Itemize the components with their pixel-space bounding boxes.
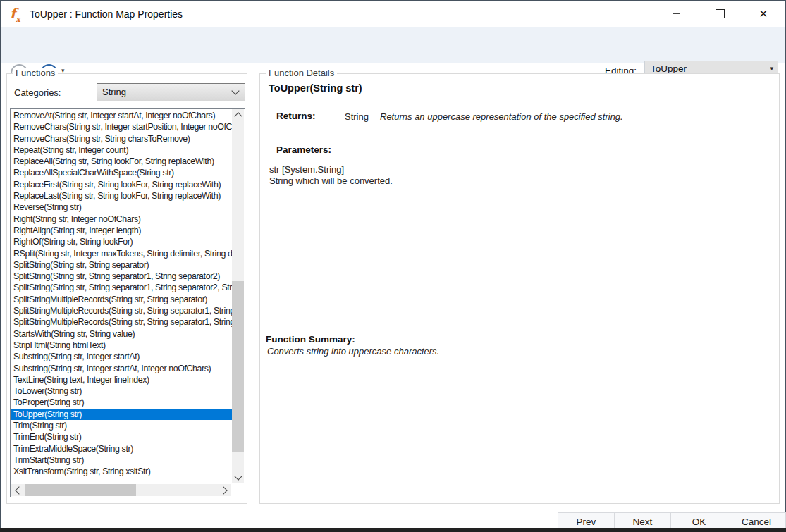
function-signature: ToUpper(String str) — [269, 82, 362, 94]
list-item[interactable]: Reverse(String str) — [11, 202, 232, 213]
chevron-down-icon — [231, 87, 239, 94]
scroll-left-icon[interactable] — [15, 486, 23, 494]
list-item[interactable]: RSplit(String str, Integer maxTokens, St… — [11, 248, 232, 259]
list-item[interactable]: Trim(String str) — [11, 420, 232, 431]
list-item[interactable]: Substring(String str, Integer startAt) — [11, 351, 232, 362]
list-item[interactable]: RemoveChars(String str, String charsToRe… — [11, 133, 232, 144]
close-button[interactable]: × — [747, 1, 780, 26]
list-item[interactable]: SplitString(String str, String separator… — [11, 271, 232, 282]
scroll-down-icon[interactable] — [234, 472, 242, 480]
list-item[interactable]: ToUpper(String str) — [11, 409, 232, 420]
list-item[interactable]: ReplaceAll(String str, String lookFor, S… — [11, 156, 232, 167]
list-item[interactable]: ReplaceLast(String str, String lookFor, … — [11, 190, 232, 202]
list-item[interactable]: SplitString(String str, String separator… — [11, 282, 232, 293]
list-item[interactable]: TrimEnd(String str) — [11, 431, 232, 443]
list-item[interactable]: TrimStart(String str) — [11, 454, 232, 466]
categories-label: Categories: — [14, 87, 61, 98]
parameter-name: str [System.String] — [269, 164, 344, 175]
parameter-description: String which will be converted. — [269, 175, 393, 186]
list-item[interactable]: ReplaceAllSpecialCharWithSpace(String st… — [11, 167, 232, 178]
list-item[interactable]: TrimExtraMiddleSpace(String str) — [11, 443, 232, 454]
list-item[interactable]: StripHtml(String htmlText) — [11, 340, 232, 351]
editing-dropdown-caret-icon: ▾ — [770, 65, 773, 72]
scroll-up-icon[interactable] — [234, 112, 242, 120]
list-item[interactable]: ReplaceFirst(String str, String lookFor,… — [11, 179, 232, 190]
title-bar: fx ToUpper : Function Map Properties × — [1, 1, 785, 27]
maximize-button[interactable] — [704, 1, 736, 26]
list-item[interactable]: ToProper(String str) — [11, 397, 232, 408]
fx-app-icon: fx — [10, 5, 20, 28]
list-item[interactable]: Repeat(String str, Integer count) — [11, 144, 232, 156]
close-icon: × — [759, 6, 768, 20]
vertical-scrollbar-thumb[interactable] — [232, 281, 244, 452]
categories-dropdown[interactable]: String — [97, 83, 245, 101]
returns-label: Returns: — [276, 111, 316, 121]
vertical-scrollbar[interactable] — [232, 109, 244, 483]
list-item[interactable]: RemoveAt(String str, Integer startAt, In… — [11, 110, 232, 121]
list-item[interactable]: TextLine(String text, Integer lineIndex) — [11, 374, 232, 385]
categories-dropdown-value: String — [102, 87, 126, 97]
list-item[interactable]: StartsWith(String str, String value) — [11, 328, 232, 340]
function-details-title: Function Details — [266, 68, 337, 78]
window-title: ToUpper : Function Map Properties — [30, 8, 183, 20]
returns-description: Returns an uppercase representation of t… — [380, 111, 623, 122]
functions-panel: Functions Categories: String RemoveAt(St… — [6, 73, 247, 504]
list-item[interactable]: SplitStringMultipleRecords(String str, S… — [11, 316, 232, 328]
list-item[interactable]: XsltTransform(String str, String xsltStr… — [11, 466, 232, 477]
functions-panel-title: Functions — [13, 68, 58, 78]
function-summary-label: Function Summary: — [266, 334, 355, 345]
editing-dropdown-value: ToUpper — [651, 63, 687, 74]
minimize-icon — [673, 13, 680, 14]
list-item[interactable]: Right(String str, Integer noOfChars) — [11, 214, 232, 225]
list-item[interactable]: RightAlign(String str, Integer length) — [11, 225, 232, 236]
function-list: RemoveAt(String str, Integer startAt, In… — [11, 110, 232, 483]
function-listbox: RemoveAt(String str, Integer startAt, In… — [10, 108, 245, 497]
scroll-right-icon[interactable] — [219, 486, 227, 494]
function-map-properties-window: fx ToUpper : Function Map Properties × ←… — [0, 0, 786, 528]
list-item[interactable]: RemoveChars(String str, Integer startPos… — [11, 121, 232, 132]
list-item[interactable]: Substring(String str, Integer startAt, I… — [11, 363, 232, 374]
function-summary-text: Converts string into uppercase character… — [267, 346, 439, 357]
parameters-label: Parameters: — [276, 144, 331, 155]
minimize-button[interactable] — [660, 1, 692, 26]
list-item[interactable]: SplitStringMultipleRecords(String str, S… — [11, 305, 232, 316]
navigation-toolbar: ← → ▾ Editing: ToUpper ▾ — [1, 27, 785, 63]
list-item[interactable]: SplitStringMultipleRecords(String str, S… — [11, 294, 232, 305]
returns-type: String — [345, 111, 369, 122]
list-item[interactable]: ToLower(String str) — [11, 385, 232, 397]
list-item[interactable]: SplitString(String str, String separator… — [11, 259, 232, 271]
list-item[interactable]: RightOf(String str, String lookFor) — [11, 236, 232, 247]
function-details-panel: Function Details ToUpper(String str) Ret… — [259, 73, 780, 504]
horizontal-scrollbar[interactable] — [11, 484, 231, 496]
maximize-icon — [716, 9, 725, 18]
screen-edge-strip — [0, 528, 786, 532]
horizontal-scrollbar-thumb[interactable] — [25, 484, 136, 496]
